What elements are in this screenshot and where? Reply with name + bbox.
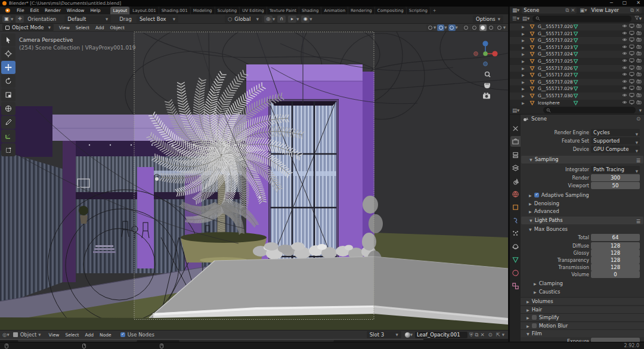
prop-field-feature_set[interactable]: Supported▼ — [591, 137, 640, 144]
hide-eye-icon[interactable] — [622, 37, 627, 42]
subsection-advanced[interactable]: ▶Advanced — [521, 208, 644, 215]
expand-icon[interactable]: ▶ — [522, 85, 525, 92]
menu-window[interactable]: Window — [64, 7, 88, 14]
outliner-item[interactable]: ▶ G__555717.022 — [510, 37, 644, 44]
drag-tool-dropdown[interactable]: Select Box▼ — [137, 16, 178, 23]
menu-help[interactable]: Help — [87, 7, 103, 14]
disable-render-icon[interactable] — [636, 85, 642, 91]
disable-viewport-icon[interactable] — [629, 65, 634, 70]
subsection-denoising[interactable]: ▶Denoising — [521, 200, 644, 208]
prop-field-viewport[interactable]: 50 — [591, 182, 640, 189]
workspace-tab-modeling[interactable]: Modeling — [191, 7, 215, 14]
hide-eye-icon[interactable] — [622, 85, 627, 91]
gizmo-dropdown-icon[interactable] — [426, 24, 434, 31]
close-button[interactable]: ✕ — [636, 0, 640, 5]
menu-render[interactable]: Render — [42, 7, 64, 14]
snap-target-icon[interactable]: ▸ — [288, 16, 296, 23]
menu-edit[interactable]: Edit — [27, 7, 42, 14]
workspace-tab-animation[interactable]: Animation — [321, 7, 348, 14]
prop-field-diffuse[interactable]: 128 — [591, 242, 640, 249]
prop-field-render[interactable]: 300 — [591, 174, 640, 181]
disable-viewport-icon[interactable] — [629, 85, 634, 91]
motion_blur-checkbox[interactable] — [532, 323, 537, 328]
simplify-checkbox[interactable] — [532, 315, 537, 320]
subsection-max_bounces[interactable]: ▼Max Bounces — [521, 226, 644, 233]
shading-solid-icon[interactable] — [479, 24, 487, 31]
disable-render-icon[interactable] — [636, 58, 642, 63]
properties-tab-scene[interactable] — [510, 175, 521, 186]
pin-icon[interactable]: ⊙ — [636, 116, 640, 122]
outliner-item[interactable]: ▶ Icosphere — [510, 100, 644, 106]
menu-file[interactable]: File — [14, 7, 27, 14]
add-workspace-button[interactable]: + — [431, 7, 439, 14]
minimize-button[interactable]: ─ — [610, 0, 613, 5]
shader-object-label[interactable]: Object — [20, 332, 37, 338]
prop-field-volume[interactable]: 0 — [591, 271, 640, 278]
prop-field-glossy[interactable]: 128 — [591, 249, 640, 257]
disable-render-icon[interactable] — [636, 79, 642, 84]
hide-eye-icon[interactable] — [622, 30, 627, 36]
disable-viewport-icon[interactable] — [629, 44, 634, 50]
disable-render-icon[interactable] — [636, 92, 642, 98]
workspace-tab-shading[interactable]: Shading — [299, 7, 321, 14]
active-tool-icon[interactable]: ▣ — [2, 16, 11, 23]
snap-node-icon[interactable]: ⇱ — [496, 332, 500, 338]
shader-menu-select[interactable]: Select — [62, 331, 82, 339]
viewport-menu-add[interactable]: Add — [92, 24, 107, 32]
section-light_paths[interactable]: ▼Light Paths☰ — [521, 217, 643, 224]
expand-icon[interactable]: ▶ — [522, 92, 525, 100]
expand-icon[interactable]: ▶ — [522, 72, 525, 79]
outliner-item[interactable]: ▶ G__555717.023 — [510, 44, 644, 51]
workspace-tab-layout.001[interactable]: Layout.001 — [130, 7, 159, 14]
use-nodes-checkbox[interactable] — [120, 332, 125, 337]
properties-tab-data[interactable] — [510, 254, 521, 265]
tool-move[interactable] — [1, 61, 16, 74]
outliner-item[interactable]: ▶ G__555717.029 — [510, 85, 644, 92]
preset-icon[interactable]: ☰ — [636, 157, 640, 165]
zoom-icon[interactable] — [485, 72, 490, 77]
scene-selector[interactable]: Scene⧉ ✕ — [522, 7, 577, 14]
properties-tab-material[interactable] — [510, 267, 521, 278]
object-name[interactable]: G__555717.020 — [538, 23, 573, 30]
viewport-menu-select[interactable]: Select — [73, 24, 92, 32]
panel-film[interactable]: ▼Film — [521, 329, 644, 337]
properties-tab-output[interactable] — [510, 149, 521, 160]
expand-icon[interactable]: ▶ — [522, 100, 525, 106]
outliner-item[interactable]: ▶ G__555717.026 — [510, 65, 644, 72]
disable-render-icon[interactable] — [636, 44, 642, 50]
outliner-item[interactable]: ▶ G__555717.021 — [510, 30, 644, 38]
object-name[interactable]: G__555717.029 — [538, 85, 573, 92]
workspace-tab-layout[interactable]: Layout — [110, 7, 130, 14]
move-gizmo-icon[interactable]: ✛ — [16, 16, 24, 23]
view-layer-icon[interactable]: ▣ — [580, 7, 584, 13]
tool-rotate[interactable] — [1, 75, 16, 88]
blender-menu-icon[interactable] — [4, 8, 11, 13]
view-layer-selector[interactable]: View Layer⧉ ✕ — [590, 7, 642, 14]
expand-icon[interactable]: ▶ — [522, 79, 525, 86]
outliner-item[interactable]: ▶ G__555717.025 — [510, 58, 644, 65]
expand-icon[interactable]: ▶ — [522, 23, 525, 30]
adaptive-checkbox[interactable] — [534, 193, 539, 197]
object-name[interactable]: G__555717.024 — [538, 51, 573, 58]
disable-viewport-icon[interactable] — [629, 100, 634, 105]
hide-eye-icon[interactable] — [622, 100, 627, 105]
object-name[interactable]: G__555717.025 — [538, 58, 573, 65]
disable-viewport-icon[interactable] — [629, 23, 634, 29]
outliner-filter-icon[interactable] — [634, 16, 639, 21]
hide-eye-icon[interactable] — [622, 51, 627, 56]
disable-viewport-icon[interactable] — [629, 58, 634, 63]
hide-eye-icon[interactable] — [622, 92, 627, 98]
subsection-adaptive[interactable]: ▶Adaptive Sampling — [521, 192, 644, 199]
panel-hair[interactable]: ▶Hair — [521, 305, 644, 313]
outliner-display-mode-icon[interactable]: ☰ — [512, 16, 517, 21]
shading-rendered-icon[interactable] — [496, 24, 503, 31]
tool-add-cube[interactable] — [1, 143, 16, 156]
proportional-edit-icon[interactable]: ◉ — [301, 16, 309, 23]
navigation-gizmo[interactable] — [470, 38, 499, 104]
disable-viewport-icon[interactable] — [629, 51, 634, 56]
tool-measure[interactable] — [1, 129, 16, 143]
expand-icon[interactable]: ▶ — [522, 37, 525, 44]
toggle-xray-icon[interactable] — [463, 24, 470, 31]
viewport-menu-view[interactable]: View — [56, 24, 73, 32]
hide-eye-icon[interactable] — [622, 72, 627, 77]
